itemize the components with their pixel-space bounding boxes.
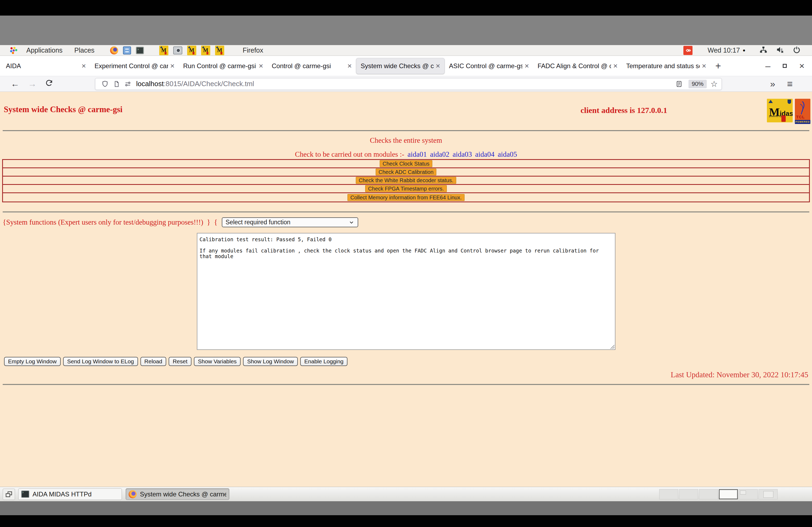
workspace-5[interactable] bbox=[739, 489, 758, 499]
terminal-icon bbox=[21, 491, 29, 498]
terminal-launcher-icon[interactable] bbox=[136, 47, 144, 54]
clock[interactable]: Wed 10:17 bbox=[708, 46, 740, 54]
midas-launcher-icon[interactable]: M bbox=[159, 46, 168, 55]
tab-fadc-align-control[interactable]: FADC Align & Control @ carme-gsi × bbox=[533, 58, 622, 74]
show-variables-button[interactable]: Show Variables bbox=[194, 357, 241, 366]
check-adc-calibration-button[interactable]: Check ADC Calibration bbox=[376, 168, 437, 176]
show-desktop-button[interactable] bbox=[3, 488, 15, 500]
focused-app-label[interactable]: Firefox bbox=[243, 46, 263, 54]
tcl-powered-text: POWERED bbox=[795, 120, 810, 124]
tab-close-icon[interactable]: × bbox=[436, 62, 440, 70]
page-title: System wide Checks @ carme-gsi bbox=[4, 105, 122, 114]
table-row: Check ADC Calibration bbox=[3, 168, 809, 177]
workspace-3[interactable] bbox=[699, 489, 718, 499]
tab-close-icon[interactable]: × bbox=[82, 62, 86, 70]
module-link-aida01[interactable]: aida01 bbox=[408, 150, 427, 158]
screenshot-launcher-icon[interactable] bbox=[173, 46, 182, 55]
tab-asic-control[interactable]: ASIC Control @ carme-gsi × bbox=[445, 58, 533, 74]
log-window-wrap: Calibration test result: Passed 5, Faile… bbox=[197, 233, 615, 350]
tab-control[interactable]: Control @ carme-gsi × bbox=[267, 58, 356, 74]
divider bbox=[3, 211, 809, 212]
workspace-2[interactable] bbox=[679, 489, 698, 499]
check-fpga-timestamp-button[interactable]: Check FPGA Timestamp errors. bbox=[365, 185, 447, 192]
enable-logging-button[interactable]: Enable Logging bbox=[300, 357, 347, 366]
tab-close-icon[interactable]: × bbox=[347, 62, 352, 70]
close-window-button[interactable]: × bbox=[799, 61, 804, 71]
firefox-launcher-icon[interactable] bbox=[110, 46, 118, 55]
tab-close-icon[interactable]: × bbox=[702, 62, 706, 70]
back-button[interactable]: ← bbox=[11, 79, 19, 89]
minimize-button[interactable]: – bbox=[765, 61, 770, 71]
tab-temperature-status[interactable]: Temperature and status scan × bbox=[622, 58, 710, 74]
tab-run-control[interactable]: Run Control @ carme-gsi × bbox=[179, 58, 267, 74]
reload-page-button[interactable]: Reload bbox=[141, 357, 166, 366]
screen: Applications Places M M M M Firefox Wed … bbox=[0, 0, 812, 527]
page-content: System wide Checks @ carme-gsi client ad… bbox=[0, 92, 812, 487]
reader-mode-icon[interactable] bbox=[676, 80, 683, 88]
empty-log-window-button[interactable]: Empty Log Window bbox=[4, 357, 61, 366]
client-address: client address is 127.0.0.1 bbox=[581, 106, 667, 115]
module-link-aida03[interactable]: aida03 bbox=[453, 150, 472, 158]
url-text[interactable]: localhost:8015/AIDA/Check/Check.tml bbox=[136, 80, 254, 88]
gnome-top-panel: Applications Places M M M M Firefox Wed … bbox=[0, 45, 812, 56]
forward-button[interactable]: → bbox=[28, 79, 37, 89]
bookmark-star-icon[interactable]: ☆ bbox=[710, 79, 718, 89]
taskbar-window-aida-midas-httpd[interactable]: AIDA MIDAS HTTPd bbox=[18, 488, 122, 500]
network-icon[interactable] bbox=[759, 46, 767, 55]
power-icon[interactable] bbox=[793, 46, 801, 55]
files-launcher-icon[interactable] bbox=[123, 46, 131, 55]
module-link-aida05[interactable]: aida05 bbox=[498, 150, 517, 158]
tab-system-wide-checks[interactable]: System wide Checks @ carme-gsi × bbox=[356, 58, 445, 74]
check-white-rabbit-button[interactable]: Check the White Rabbit decoder status. bbox=[356, 177, 456, 184]
zoom-level-badge[interactable]: 90% bbox=[688, 80, 707, 88]
tab-experiment-control[interactable]: Experiment Control @ carme-gsi × bbox=[90, 58, 179, 74]
tab-label: System wide Checks @ carme-gsi bbox=[361, 62, 434, 70]
collect-memory-info-button[interactable]: Collect Memory information from FEE64 Li… bbox=[347, 194, 465, 201]
workspace-4-active[interactable] bbox=[719, 489, 738, 499]
url-bar[interactable]: localhost:8015/AIDA/Check/Check.tml 90% … bbox=[95, 78, 722, 90]
function-select-value: Select required function bbox=[226, 219, 349, 226]
tab-label: Experiment Control @ carme-gsi bbox=[95, 62, 168, 70]
tab-close-icon[interactable]: × bbox=[170, 62, 175, 70]
letterbox-bottom bbox=[0, 515, 812, 527]
taskbar-window-system-wide-checks[interactable]: System wide Checks @ carme-gsi ... bbox=[126, 488, 229, 500]
table-row: Check Clock Status bbox=[3, 160, 809, 168]
toolbar-overflow-icon[interactable]: » bbox=[770, 79, 775, 89]
show-log-window-button[interactable]: Show Log Window bbox=[243, 357, 298, 366]
check-clock-status-button[interactable]: Check Clock Status bbox=[380, 160, 433, 167]
module-link-aida02[interactable]: aida02 bbox=[430, 150, 450, 158]
midas-powered-by-text: powered by bbox=[769, 115, 782, 118]
notification-app-icon[interactable] bbox=[683, 46, 693, 55]
maximize-button[interactable] bbox=[783, 64, 787, 68]
new-tab-button[interactable]: + bbox=[715, 60, 721, 72]
tab-close-icon[interactable]: × bbox=[259, 62, 263, 70]
tab-close-icon[interactable]: × bbox=[525, 62, 529, 70]
workspace-window-icon bbox=[764, 491, 773, 498]
workspace-6[interactable] bbox=[758, 489, 778, 499]
send-log-to-elog-button[interactable]: Send Log Window to ELog bbox=[63, 357, 138, 366]
hamburger-menu-icon[interactable]: ≡ bbox=[787, 78, 793, 90]
midas-launcher-icon[interactable]: M bbox=[215, 46, 224, 55]
url-host: localhost bbox=[136, 80, 164, 88]
module-link-aida04[interactable]: aida04 bbox=[475, 150, 495, 158]
function-select[interactable]: Select required function bbox=[222, 217, 358, 227]
applications-menu-icon[interactable] bbox=[10, 46, 18, 55]
midas-launcher-icon[interactable]: M bbox=[201, 46, 210, 55]
log-window[interactable]: Calibration test result: Passed 5, Faile… bbox=[197, 233, 615, 350]
midas-launcher-icon[interactable]: M bbox=[187, 46, 196, 55]
tab-close-icon[interactable]: × bbox=[613, 62, 618, 70]
reload-button[interactable] bbox=[45, 79, 53, 89]
modules-label: Check to be carried out on modules :- bbox=[295, 150, 404, 158]
applications-menu[interactable]: Applications bbox=[26, 46, 62, 54]
page-subtitle: Checks the entire system bbox=[0, 136, 812, 145]
permissions-icon[interactable] bbox=[124, 80, 131, 88]
reset-button[interactable]: Reset bbox=[169, 357, 191, 366]
divider bbox=[3, 130, 809, 131]
midas-logo: Midas powered by bbox=[767, 99, 793, 122]
places-menu[interactable]: Places bbox=[74, 46, 95, 54]
workspace-1[interactable] bbox=[659, 489, 678, 499]
page-info-icon[interactable] bbox=[113, 80, 120, 88]
shield-icon[interactable] bbox=[101, 80, 109, 88]
volume-muted-icon[interactable] bbox=[776, 46, 784, 55]
tab-aida[interactable]: AIDA × bbox=[2, 58, 90, 74]
